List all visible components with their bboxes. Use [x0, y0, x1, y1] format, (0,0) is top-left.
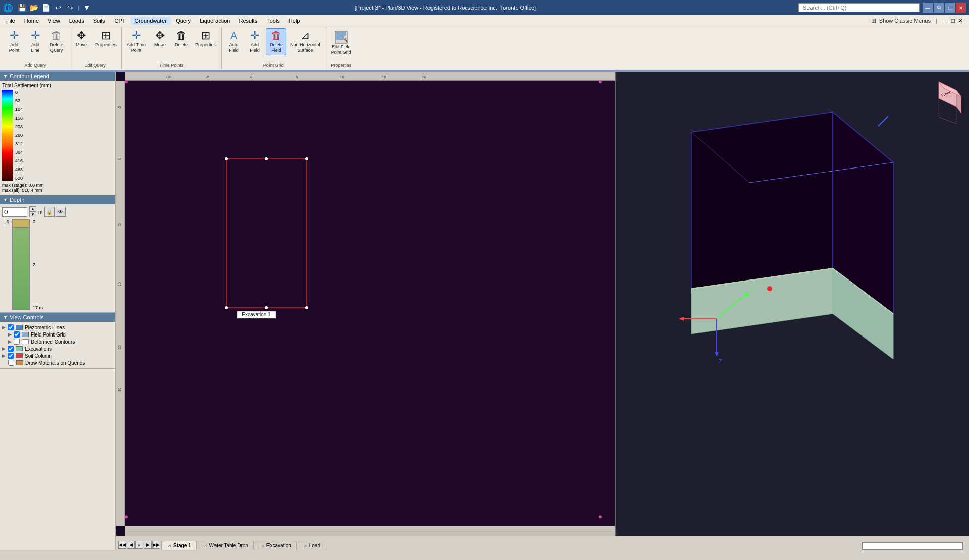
- svg-text:-5: -5: [118, 106, 121, 109]
- properties-tp-button[interactable]: ⊞ Properties: [192, 28, 219, 50]
- menu-help[interactable]: Help: [285, 17, 304, 25]
- delete-field-button[interactable]: 🗑 DeleteField: [266, 28, 286, 55]
- svg-text:5: 5: [296, 75, 298, 79]
- move-icon: ✥: [77, 30, 86, 41]
- depth-input[interactable]: [2, 207, 27, 217]
- depth-up-btn[interactable]: ▲ ▼: [29, 206, 36, 217]
- depth-title: Depth: [10, 197, 24, 203]
- plan-canvas[interactable]: Excavation 1: [125, 81, 615, 526]
- tab-stage1[interactable]: ⊿ Stage 1: [162, 541, 197, 550]
- close-button[interactable]: ✕: [956, 3, 966, 13]
- non-horizontal-button[interactable]: ⊿ Non HorizontalSurface: [287, 28, 324, 55]
- open-btn[interactable]: 📂: [28, 2, 39, 13]
- tab-excavation[interactable]: ⊿ Excavation: [255, 541, 297, 550]
- edit-field-point-grid-button[interactable]: Edit FieldPoint Grid: [328, 28, 354, 58]
- color-bar: [2, 90, 13, 181]
- classic-menus-label[interactable]: Show Classic Menus: [879, 18, 931, 24]
- menu-file[interactable]: File: [2, 17, 19, 25]
- auto-field-button[interactable]: A AutoField: [224, 28, 244, 55]
- menu-soils[interactable]: Soils: [89, 17, 110, 25]
- menu-close-btn[interactable]: ✕: [958, 17, 963, 24]
- excavations-checkbox[interactable]: [8, 346, 14, 352]
- depth-scale-0: 0: [33, 219, 43, 225]
- nav-last-btn[interactable]: ▶▶: [152, 541, 160, 549]
- settings-btn[interactable]: ▼: [81, 2, 92, 13]
- tab-water-table-drop[interactable]: ⊿ Water Table Drop: [198, 541, 254, 550]
- delete-query-button[interactable]: 🗑 DeleteQuery: [46, 28, 67, 55]
- redo-btn[interactable]: ↪: [65, 2, 76, 13]
- svg-text:0: 0: [250, 75, 253, 79]
- contour-legend-header[interactable]: ▼ Contour Legend: [0, 72, 115, 81]
- depth-layer-visual: [12, 219, 30, 310]
- depth-eye-btn[interactable]: 👁: [56, 207, 66, 217]
- menu-cpt[interactable]: CPT: [111, 17, 130, 25]
- nav-first-btn[interactable]: ◀◀: [118, 541, 126, 549]
- piezometric-checkbox[interactable]: [8, 324, 14, 330]
- field-point-grid-expand[interactable]: ▶: [8, 332, 12, 337]
- contour-val-364: 364: [15, 150, 23, 155]
- view-item-soil-column: ▶ Soil Column: [2, 352, 113, 359]
- menu-home[interactable]: Home: [20, 17, 43, 25]
- menu-groundwater[interactable]: Groundwater: [131, 17, 171, 25]
- plan-svg: Excavation 1: [125, 81, 615, 526]
- deformed-contours-expand[interactable]: ▶: [8, 339, 12, 344]
- add-point-button[interactable]: ✛ AddPoint: [4, 28, 24, 55]
- piezometric-expand[interactable]: ▶: [2, 325, 6, 330]
- deformed-contours-label: Deformed Contours: [31, 339, 75, 345]
- menu-restore-btn[interactable]: —: [942, 17, 948, 24]
- new-btn[interactable]: 📄: [40, 2, 51, 13]
- tab-load[interactable]: ⊿ Load: [298, 541, 326, 550]
- delete-tp-button[interactable]: 🗑 Delete: [171, 28, 191, 50]
- menu-view[interactable]: View: [44, 17, 64, 25]
- add-field-button[interactable]: ✛ AddField: [245, 28, 265, 55]
- search-input[interactable]: [798, 3, 920, 12]
- view-controls-title: View Controls: [10, 314, 44, 320]
- svg-rect-2: [340, 32, 344, 36]
- menu-results[interactable]: Results: [235, 17, 261, 25]
- add-line-button[interactable]: ✛ AddLine: [25, 28, 45, 55]
- deformed-contours-checkbox[interactable]: [14, 339, 20, 345]
- minimize-button[interactable]: —: [923, 3, 933, 13]
- menu-tools[interactable]: Tools: [262, 17, 284, 25]
- svg-marker-41: [691, 112, 833, 289]
- properties-tp-icon: ⊞: [201, 30, 210, 41]
- scale-bar: [125, 526, 615, 536]
- draw-materials-checkbox[interactable]: [8, 360, 14, 366]
- nav-prev-btn[interactable]: ◀: [127, 541, 135, 549]
- nav-next-btn[interactable]: ▶: [144, 541, 152, 549]
- excavations-expand[interactable]: ▶: [2, 346, 6, 351]
- maximize-button[interactable]: □: [945, 3, 955, 13]
- plan-view[interactable]: -10 -5 0 5 10 15 20 -5: [116, 72, 616, 536]
- add-time-point-button[interactable]: ✛ Add TimePoint: [124, 28, 149, 55]
- tab-excavation-arrow: ⊿: [260, 543, 264, 548]
- restore-button[interactable]: ⧉: [934, 3, 944, 13]
- menu-loads[interactable]: Loads: [65, 17, 88, 25]
- soil-column-expand[interactable]: ▶: [2, 353, 6, 358]
- depth-header[interactable]: ▼ Depth: [0, 195, 115, 204]
- ribbon: ✛ AddPoint ✛ AddLine 🗑 DeleteQuery Add Q…: [0, 26, 969, 72]
- edit-field-icon: [334, 30, 348, 44]
- menu-max-btn[interactable]: □: [951, 17, 955, 24]
- save-btn[interactable]: 💾: [16, 2, 27, 13]
- properties-query-button[interactable]: ⊞ Properties: [92, 28, 119, 50]
- soil-column-checkbox[interactable]: [8, 353, 14, 359]
- move-button[interactable]: ✥ Move: [71, 28, 91, 50]
- nav-hash-btn[interactable]: #: [135, 541, 143, 549]
- svg-point-34: [265, 306, 268, 309]
- field-point-grid-checkbox[interactable]: [14, 331, 20, 338]
- status-input[interactable]: [862, 542, 963, 550]
- view-controls-header[interactable]: ▼ View Controls: [0, 313, 115, 322]
- depth-lock-btn[interactable]: 🔒: [44, 207, 55, 217]
- max-all: max (all): 510.4 mm: [2, 188, 113, 193]
- ruler-left: -5 0 5 10 15 20: [116, 81, 125, 526]
- bottom-tabs: ◀◀ ◀ # ▶ ▶▶ ⊿ Stage 1 ⊿ Water Table Drop…: [116, 536, 969, 550]
- menu-query[interactable]: Query: [172, 17, 195, 25]
- view-3d[interactable]: Y Z: [616, 72, 969, 536]
- move-tp-button[interactable]: ✥ Move: [150, 28, 170, 50]
- move-tp-icon: ✥: [155, 30, 165, 41]
- menu-liquefaction[interactable]: Liquefaction: [196, 17, 234, 25]
- undo-btn[interactable]: ↩: [52, 2, 64, 13]
- svg-line-65: [939, 117, 956, 124]
- svg-point-57: [767, 286, 772, 291]
- nav-cube[interactable]: Front: [916, 79, 961, 125]
